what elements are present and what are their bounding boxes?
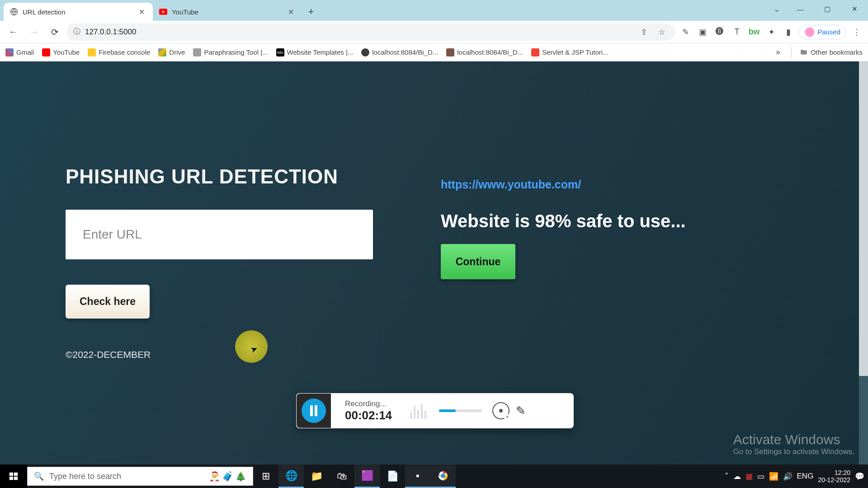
extensions-puzzle-icon[interactable]: ✦ <box>764 25 778 39</box>
svg-rect-2 <box>9 473 13 476</box>
drive-icon <box>158 48 166 56</box>
detection-form: PHISHING URL DETECTION Enter URL Check h… <box>66 165 382 360</box>
taskbar-app1-icon[interactable]: 🟪 <box>354 465 380 488</box>
minimize-button[interactable]: — <box>787 0 814 18</box>
clock-date: 20-12-2022 <box>818 476 850 483</box>
bookmarks-bar: Gmail YouTube Firebase console Drive Par… <box>0 43 868 61</box>
start-button[interactable] <box>0 465 27 488</box>
clock-time: 12:20 <box>835 469 850 476</box>
folder-icon <box>800 48 808 56</box>
windows-icon <box>9 471 19 481</box>
svg-rect-4 <box>9 477 13 480</box>
sidepanel-icon[interactable]: ▮ <box>782 25 795 39</box>
recorder-annotate-button[interactable]: ✎ <box>516 404 526 418</box>
extension-bw-icon[interactable]: bw <box>747 25 761 39</box>
close-icon[interactable]: ✕ <box>137 7 146 17</box>
profile-paused-button[interactable]: Paused <box>799 25 846 39</box>
new-tab-button[interactable]: + <box>302 3 320 21</box>
extension-translate-icon[interactable]: 🅖 <box>713 25 726 39</box>
share-icon[interactable]: ⇪ <box>637 25 651 39</box>
svg-rect-5 <box>14 477 18 480</box>
bookmark-wix[interactable]: wixWebsite Templates |... <box>276 48 354 56</box>
tab-youtube[interactable]: YouTube ✕ <box>153 3 302 21</box>
tab-title: URL detection <box>23 8 137 16</box>
forward-button[interactable]: → <box>25 23 42 41</box>
tray-volume-icon[interactable]: 🔊 <box>783 472 793 481</box>
continue-button[interactable]: Continue <box>441 244 515 279</box>
address-bar[interactable]: ⓘ 127.0.0.1:5000 ⇪ ☆ <box>67 23 675 41</box>
page-viewport: PHISHING URL DETECTION Enter URL Check h… <box>0 61 868 465</box>
scrollbar-thumb[interactable] <box>859 61 868 376</box>
taskbar-chrome-icon[interactable] <box>430 465 456 488</box>
result-url[interactable]: https://www.youtube.com/ <box>441 178 686 191</box>
extension-highlighter-icon[interactable]: ✎ <box>679 25 692 39</box>
bookmark-localhost-2[interactable]: localhost:8084/Bi_D... <box>446 48 523 56</box>
taskbar-apps: ⊞ 🌐 📁 🛍 🟪 📄 ▪ <box>253 465 456 488</box>
result-message: Website is 98% safe to use... <box>441 211 686 231</box>
tray-security-icon[interactable]: ▦ <box>745 472 753 481</box>
recorder-webcam-button[interactable] <box>492 402 509 419</box>
bookmark-firebase[interactable]: Firebase console <box>88 48 150 56</box>
youtube-icon <box>42 48 50 56</box>
address-url: 127.0.0.1:5000 <box>85 28 136 37</box>
site-info-icon[interactable]: ⓘ <box>73 27 80 37</box>
tab-title: YouTube <box>172 8 286 16</box>
tray-onedrive-icon[interactable]: ☁ <box>733 472 741 481</box>
tabs-dropdown-icon[interactable]: ⌄ <box>774 5 780 14</box>
close-icon[interactable]: ✕ <box>286 7 296 17</box>
bookmark-localhost-1[interactable]: localhost:8084/Bi_D... <box>361 48 438 56</box>
browser-toolbar: ← → ⟳ ⓘ 127.0.0.1:5000 ⇪ ☆ ✎ ▣ 🅖 T bw ✦ … <box>0 21 868 43</box>
window-controls: — ▢ ✕ <box>787 0 868 18</box>
recorder-pause-button[interactable] <box>297 394 331 428</box>
bookmark-gmail[interactable]: Gmail <box>5 48 34 56</box>
tray-notifications-icon[interactable]: 💬 <box>855 472 864 481</box>
search-placeholder: Type here to search <box>49 472 121 481</box>
tray-overflow-icon[interactable]: ˄ <box>725 472 729 481</box>
windows-activation-watermark: Activate Windows Go to Settings to activ… <box>733 432 854 456</box>
extension-camera-icon[interactable]: ▣ <box>696 25 709 39</box>
pause-icon <box>302 399 326 423</box>
url-input-placeholder: Enter URL <box>83 227 142 242</box>
recorder-volume-slider[interactable] <box>439 409 482 412</box>
tray-language[interactable]: ENG <box>797 472 814 481</box>
bookmark-paraphrasing[interactable]: Paraphrasing Tool |... <box>193 48 268 56</box>
tray-wifi-icon[interactable]: 📶 <box>769 472 778 481</box>
tray-battery-icon[interactable]: ▭ <box>757 472 764 481</box>
taskbar-edge-icon[interactable]: 🌐 <box>278 465 304 488</box>
tab-url-detection[interactable]: URL detection ✕ <box>4 3 153 21</box>
extension-text-icon[interactable]: T <box>730 25 744 39</box>
taskbar-notepad-icon[interactable]: 📄 <box>380 465 405 488</box>
other-bookmarks-button[interactable]: Other bookmarks <box>800 48 863 56</box>
windows-taskbar: 🔍 Type here to search 🎅🧳🎄 ⊞ 🌐 📁 🛍 🟪 📄 ▪ … <box>0 465 868 488</box>
back-button[interactable]: ← <box>5 23 22 41</box>
globe-icon <box>361 48 369 56</box>
bookmark-drive[interactable]: Drive <box>158 48 185 56</box>
taskbar-explorer-icon[interactable]: 📁 <box>304 465 329 488</box>
close-window-button[interactable]: ✕ <box>841 0 868 18</box>
taskbar-store-icon[interactable]: 🛍 <box>329 465 354 488</box>
kebab-menu-icon[interactable]: ⋮ <box>850 25 863 39</box>
bookmark-servlet[interactable]: Servlet & JSP Tutori... <box>531 48 608 56</box>
chrome-icon <box>438 470 448 481</box>
watermark-sub: Go to Settings to activate Windows. <box>733 447 854 456</box>
check-button[interactable]: Check here <box>66 285 150 319</box>
screen-recorder-widget[interactable]: Recording... 00:02:14 ✎ <box>296 393 574 428</box>
bookmarks-overflow-icon[interactable]: » <box>773 47 783 57</box>
vertical-scrollbar[interactable] <box>859 61 868 465</box>
page-title: PHISHING URL DETECTION <box>66 165 382 188</box>
clock[interactable]: 12:20 20-12-2022 <box>818 469 850 483</box>
url-input[interactable]: Enter URL <box>66 210 373 259</box>
result-panel: https://www.youtube.com/ Website is 98% … <box>441 178 686 279</box>
task-view-button[interactable]: ⊞ <box>253 465 278 488</box>
reload-button[interactable]: ⟳ <box>46 23 63 41</box>
taskbar-search-input[interactable]: 🔍 Type here to search 🎅🧳🎄 <box>27 467 253 486</box>
paused-label: Paused <box>817 28 840 36</box>
bookmark-youtube[interactable]: YouTube <box>42 48 80 56</box>
firebase-icon <box>88 48 96 56</box>
recorder-status: Recording... 00:02:14 <box>345 399 392 422</box>
maximize-button[interactable]: ▢ <box>814 0 841 18</box>
gmail-icon <box>5 48 14 56</box>
taskbar-terminal-icon[interactable]: ▪ <box>405 465 430 488</box>
search-icon: 🔍 <box>34 471 44 481</box>
bookmark-star-icon[interactable]: ☆ <box>655 25 669 39</box>
